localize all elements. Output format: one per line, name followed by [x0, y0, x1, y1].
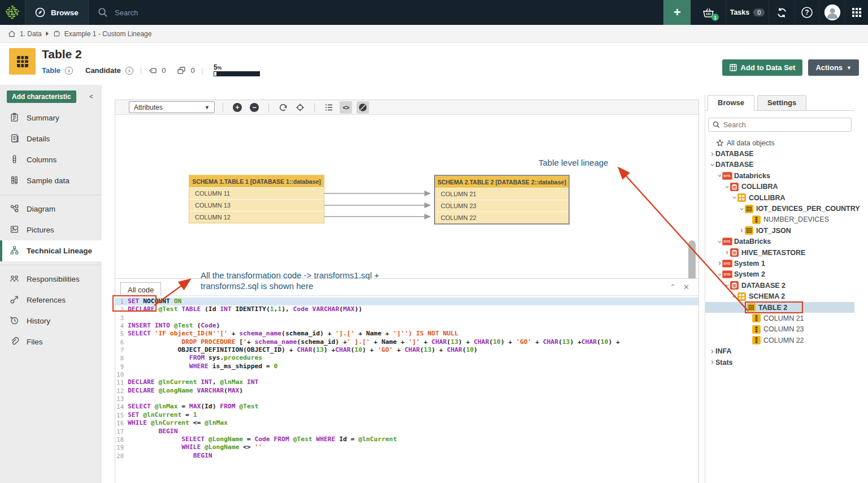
- tree-search-input[interactable]: [723, 121, 847, 129]
- apps-menu-button[interactable]: [845, 0, 868, 25]
- source-code-button[interactable]: <>: [340, 101, 352, 114]
- chevron-right-icon[interactable]: [709, 152, 715, 157]
- chevron-down-icon[interactable]: [731, 195, 737, 200]
- lineage-column-row[interactable]: COLUMN 12: [189, 211, 324, 223]
- tree-item-infa[interactable]: INFA: [705, 346, 854, 356]
- collapse-panel-icon[interactable]: ⌃: [670, 283, 676, 291]
- tree-item-hive-metastore[interactable]: HIVE_METASTORE: [705, 247, 854, 258]
- search-icon: [713, 121, 720, 128]
- zoom-out-button[interactable]: −: [248, 101, 261, 114]
- tree-item-system-2[interactable]: SYSSystem 2: [705, 269, 854, 280]
- lineage-column-row[interactable]: COLUMN 21: [435, 188, 568, 200]
- basket-button[interactable]: 1: [691, 0, 726, 25]
- tree-item-column-21[interactable]: COLUMN 21: [705, 313, 854, 324]
- sidebar-item-references[interactable]: References: [0, 290, 102, 310]
- list-view-button[interactable]: [323, 101, 335, 114]
- sidebar-item-details[interactable]: Details: [0, 128, 102, 149]
- sidebar-item-history[interactable]: History: [0, 310, 102, 331]
- tree-item-databricks[interactable]: SYSDataBricks: [705, 236, 854, 247]
- zoom-in-button[interactable]: +: [231, 101, 244, 114]
- lineage-node-2[interactable]: SCHEMA 2.TABLE 2 [DATABASE 2::database]C…: [434, 175, 570, 225]
- info-icon[interactable]: i: [65, 67, 73, 75]
- sidebar-item-diagram[interactable]: Diagram: [0, 199, 102, 219]
- chevron-down-icon[interactable]: [723, 283, 730, 288]
- tab-settings[interactable]: Settings: [757, 95, 806, 111]
- lineage-column-row[interactable]: COLUMN 23: [435, 200, 568, 212]
- chevron-down-icon[interactable]: [709, 162, 715, 167]
- code-line: 17 BEGIN: [115, 428, 698, 435]
- vertical-scrollbar-thumb[interactable]: [688, 240, 696, 281]
- tree-item-column-22[interactable]: COLUMN 22: [705, 335, 854, 346]
- copies-icon[interactable]: [177, 66, 186, 75]
- tree-search-box[interactable]: [708, 118, 852, 132]
- add-to-dataset-button[interactable]: Add to Data Set: [722, 59, 803, 76]
- create-button[interactable]: +: [663, 0, 691, 25]
- chevron-right-icon[interactable]: [709, 349, 715, 354]
- tree-item-schema-2[interactable]: SCHEMA 2: [705, 291, 854, 301]
- tree-item-databricks[interactable]: SYSDatabricks: [705, 170, 854, 181]
- actions-button[interactable]: Actions ▼: [808, 59, 859, 76]
- tree-item-all-data-objects[interactable]: All data objects: [705, 137, 854, 148]
- chevron-right-icon[interactable]: [709, 360, 715, 365]
- chevron-down-icon[interactable]: [738, 206, 745, 212]
- chevron-right-icon[interactable]: [723, 250, 730, 255]
- tree-item-collibra[interactable]: COLLIBRA: [705, 192, 854, 203]
- close-panel-icon[interactable]: ✕: [683, 283, 689, 291]
- lineage-column-row[interactable]: COLUMN 22: [435, 212, 568, 223]
- attributes-dropdown[interactable]: Attributes ▼: [129, 101, 215, 113]
- add-characteristic-button[interactable]: Add characteristic: [7, 90, 76, 103]
- tree-item-database[interactable]: DATABASE: [705, 159, 854, 170]
- tree-item-column-23[interactable]: COLUMN 23: [705, 324, 854, 335]
- sidebar-item-columns[interactable]: Columns: [0, 149, 102, 170]
- tree-item-stats[interactable]: Stats: [705, 357, 854, 368]
- contrast-toggle-button[interactable]: [357, 101, 369, 114]
- user-menu[interactable]: [819, 0, 845, 25]
- sync-button[interactable]: [769, 0, 795, 25]
- tree-item-table-2[interactable]: TABLE 2: [705, 302, 854, 313]
- code-line-text: INSERT INTO @Test (Code): [128, 322, 220, 330]
- lineage-column-row[interactable]: COLUMN 13: [189, 199, 324, 211]
- lineage-node-1[interactable]: SCHEMA 1.TABLE 1 [DATABASE 1::database]C…: [189, 175, 324, 223]
- tab-browse[interactable]: Browse: [708, 95, 754, 111]
- code-viewer[interactable]: 1SET NOCOUNT ON2DECLARE @Test TABLE (Id …: [115, 296, 698, 469]
- collapse-sidebar-button[interactable]: <: [88, 93, 95, 101]
- tree-item-number-devices[interactable]: NUMBER_DEVICES: [705, 214, 854, 225]
- sidebar-divider: [0, 265, 102, 265]
- lineage-column-row[interactable]: COLUMN 11: [189, 187, 324, 199]
- breadcrumb-community[interactable]: 1. Data: [20, 30, 42, 38]
- lineage-canvas[interactable]: SCHEMA 1.TABLE 1 [DATABASE 1::database]C…: [115, 115, 698, 278]
- top-nav: Browse Search + 1 Tasks 0: [0, 0, 868, 25]
- chevron-right-icon[interactable]: [738, 228, 745, 233]
- sidebar-item-files[interactable]: Files: [0, 331, 102, 352]
- nav-browse[interactable]: Browse: [25, 0, 89, 25]
- refresh-button[interactable]: [277, 101, 289, 114]
- sidebar-item-summary[interactable]: Summary: [0, 107, 102, 128]
- center-view-button[interactable]: [294, 101, 306, 114]
- info-icon[interactable]: i: [125, 67, 133, 75]
- tree-item-iot-devices-per-country[interactable]: IOT_DEVICES_PER_COUNTRY: [705, 203, 854, 214]
- chevron-down-icon[interactable]: [731, 294, 737, 299]
- asset-type-link[interactable]: Table: [42, 66, 60, 75]
- sidebar-item-technical-lineage[interactable]: Technical Lineage: [0, 240, 102, 261]
- tree-item-iot-json[interactable]: IOT_JSON: [705, 225, 854, 236]
- tree-item-collibra[interactable]: COLLIBRA: [705, 182, 854, 192]
- code-line: 15SET @lnCurrent = 1: [115, 411, 698, 419]
- chevron-down-icon[interactable]: [723, 184, 730, 189]
- sidebar-item-sample-data[interactable]: Sample data: [0, 170, 102, 191]
- tag-icon[interactable]: [149, 67, 157, 75]
- tasks-button[interactable]: Tasks 0: [726, 0, 769, 25]
- breadcrumb-asset[interactable]: Example 1 - Custom Lineage: [64, 30, 152, 38]
- sidebar-item-label: Summary: [27, 114, 59, 122]
- sidebar-item-pictures[interactable]: Pictures: [0, 219, 102, 240]
- sidebar-item-responsibilities[interactable]: Responsibilities: [0, 269, 102, 290]
- tree-item-database[interactable]: DATABASE: [705, 148, 854, 159]
- nav-search[interactable]: Search: [89, 0, 138, 25]
- help-button[interactable]: ?: [795, 0, 819, 25]
- collibra-logo[interactable]: [0, 0, 25, 25]
- tree-item-database-2[interactable]: DATABASE 2: [705, 280, 854, 291]
- code-line: 8 FROM sys.procedures: [115, 354, 698, 362]
- tab-all-code[interactable]: All code: [120, 282, 161, 296]
- code-line-text: FROM sys.procedures: [128, 354, 262, 362]
- status-label[interactable]: Candidate: [85, 66, 121, 75]
- tree-item-system-1[interactable]: SYSSystem 1: [705, 258, 854, 269]
